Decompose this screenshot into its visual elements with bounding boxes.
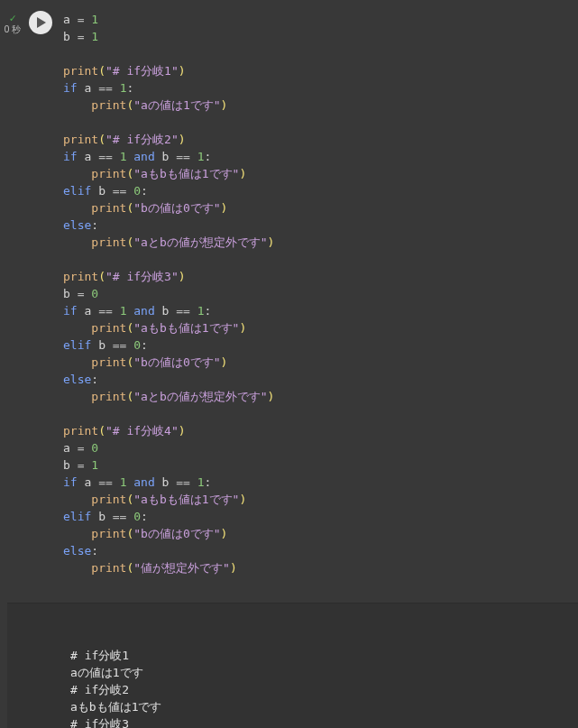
code-line: print("bの値は0です") xyxy=(63,525,571,542)
code-line: print("# if分岐3") xyxy=(63,268,571,285)
code-line: if a == 1: xyxy=(63,79,571,97)
notebook-cell: ✓ 0 秒 a = 1b = 1print("# if分岐1")if a == … xyxy=(0,0,578,728)
stdout-text: # if分岐1 aの値は1です # if分岐2 aもbも値は1です # if分岐… xyxy=(70,647,571,728)
code-line: print("# if分岐2") xyxy=(63,131,571,148)
code-line: print("aの値は1です") xyxy=(63,97,571,114)
code-line: else: xyxy=(63,371,571,388)
code-line: elif b == 0: xyxy=(63,508,571,525)
code-line: else: xyxy=(63,217,571,234)
code-line: b = 1 xyxy=(63,28,571,45)
cell-main: a = 1b = 1print("# if分岐1")if a == 1: pri… xyxy=(56,0,578,728)
code-line: print("# if分岐4") xyxy=(63,422,571,439)
code-line xyxy=(63,114,571,131)
code-line: print("aもbも値は1です") xyxy=(63,319,571,336)
code-line: if a == 1 and b == 1: xyxy=(63,302,571,319)
cell-output: # if分岐1 aの値は1です # if分岐2 aもbも値は1です # if分岐… xyxy=(7,603,578,728)
code-line: if a == 1 and b == 1: xyxy=(63,148,571,165)
run-cell-button[interactable] xyxy=(29,11,52,34)
code-line: print("値が想定外です") xyxy=(63,559,571,576)
exec-time-label: 0 秒 xyxy=(5,25,21,34)
code-line: print("aとbの値が想定外です") xyxy=(63,388,571,405)
code-line: if a == 1 and b == 1: xyxy=(63,474,571,491)
code-line: else: xyxy=(63,542,571,559)
success-check-icon: ✓ xyxy=(9,13,15,23)
code-line: print("aもbも値は1です") xyxy=(63,491,571,508)
code-line xyxy=(63,251,571,268)
play-icon xyxy=(35,17,46,28)
code-line: b = 0 xyxy=(63,285,571,302)
code-line: b = 1 xyxy=(63,456,571,474)
code-line: print("bの値は0です") xyxy=(63,354,571,371)
code-line: print("aとbの値が想定外です") xyxy=(63,234,571,251)
code-line: elif b == 0: xyxy=(63,336,571,354)
code-line: a = 1 xyxy=(63,11,571,28)
code-line: elif b == 0: xyxy=(63,182,571,199)
code-line: a = 0 xyxy=(63,439,571,456)
code-line xyxy=(63,45,571,62)
code-line: print("aもbも値は1です") xyxy=(63,165,571,182)
code-line: print("# if分岐1") xyxy=(63,62,571,79)
svg-marker-0 xyxy=(37,17,46,28)
code-editor[interactable]: a = 1b = 1print("# if分岐1")if a == 1: pri… xyxy=(56,0,578,603)
code-line: print("bの値は0です") xyxy=(63,199,571,217)
code-line xyxy=(63,405,571,422)
